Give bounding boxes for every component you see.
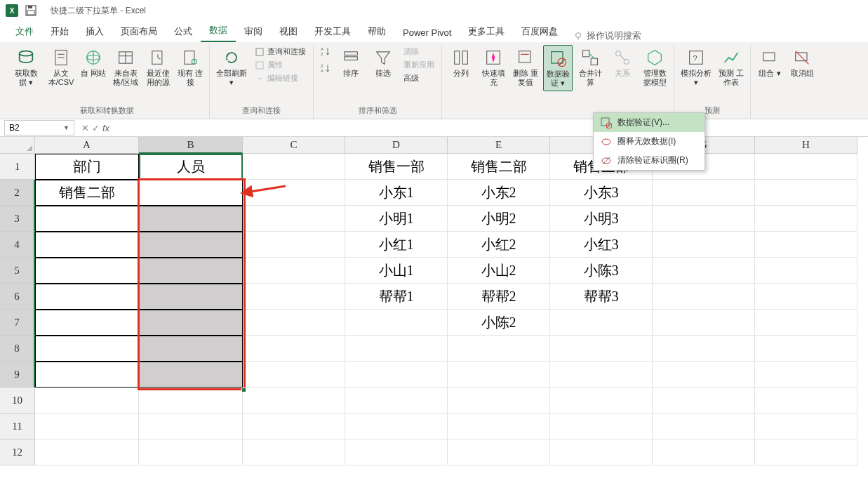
btn-flash-fill[interactable]: 快速填充 xyxy=(479,45,508,90)
cell-D6[interactable]: 帮帮1 xyxy=(345,284,448,310)
row-header-11[interactable]: 11 xyxy=(0,413,35,439)
cell-H9[interactable] xyxy=(755,362,857,388)
btn-properties[interactable]: 属性 xyxy=(252,58,309,72)
column-header-B[interactable]: B xyxy=(139,137,243,154)
row-header-1[interactable]: 1 xyxy=(0,154,35,180)
btn-group[interactable]: 组合 ▾ xyxy=(755,45,784,81)
cell-G11[interactable] xyxy=(653,413,755,439)
cell-A4[interactable] xyxy=(35,232,139,258)
cell-E4[interactable]: 小红2 xyxy=(448,232,550,258)
cell-C4[interactable] xyxy=(243,232,345,258)
btn-recent-sources[interactable]: 最近使 用的源 xyxy=(143,45,173,90)
fill-handle[interactable] xyxy=(241,388,246,392)
cell-C2[interactable] xyxy=(243,180,345,206)
cell-E11[interactable] xyxy=(448,413,550,439)
cell-H10[interactable] xyxy=(755,388,857,413)
cell-A9[interactable] xyxy=(35,362,139,388)
cell-G7[interactable] xyxy=(653,310,755,336)
cell-F10[interactable] xyxy=(550,388,653,413)
confirm-icon[interactable]: ✓ xyxy=(92,123,100,133)
cell-G6[interactable] xyxy=(653,284,755,310)
cell-C3[interactable] xyxy=(243,206,345,232)
cell-G12[interactable] xyxy=(653,439,755,465)
row-header-3[interactable]: 3 xyxy=(0,206,35,232)
cell-C8[interactable] xyxy=(243,336,345,362)
cell-F12[interactable] xyxy=(550,439,653,465)
dropdown-item-circle-invalid[interactable]: 圈释无效数据(I) xyxy=(594,132,705,151)
btn-filter[interactable]: 筛选 xyxy=(368,45,398,81)
cell-C9[interactable] xyxy=(243,362,345,388)
column-header-H[interactable]: H xyxy=(755,137,857,154)
cell-H6[interactable] xyxy=(755,284,857,310)
cell-F11[interactable] xyxy=(550,413,653,439)
dropdown-item-clear-circles[interactable]: 清除验证标识圈(R) xyxy=(594,151,705,170)
cell-H11[interactable] xyxy=(755,413,857,439)
tab-more[interactable]: 更多工具 xyxy=(460,21,513,42)
btn-forecast-sheet[interactable]: 预测 工作表 xyxy=(716,45,746,90)
cell-E10[interactable] xyxy=(448,388,550,413)
cell-C6[interactable] xyxy=(243,284,345,310)
cell-F5[interactable]: 小陈3 xyxy=(550,258,653,284)
btn-queries-connections[interactable]: 查询和连接 xyxy=(252,45,309,58)
btn-sort[interactable]: 排序 xyxy=(336,45,366,81)
cell-H7[interactable] xyxy=(755,310,857,336)
btn-from-web[interactable]: 自 网站 xyxy=(79,45,108,81)
search-hint[interactable]: 操作说明搜索 xyxy=(573,29,641,42)
tab-layout[interactable]: 页面布局 xyxy=(112,21,166,42)
cell-D7[interactable] xyxy=(345,310,448,336)
cell-A7[interactable] xyxy=(35,310,139,336)
fx-icon[interactable]: fx xyxy=(102,123,109,133)
cell-B11[interactable] xyxy=(139,413,243,439)
tab-data[interactable]: 数据 xyxy=(201,20,236,42)
btn-relationships[interactable]: 关系 xyxy=(608,45,637,81)
cell-A3[interactable] xyxy=(35,206,139,232)
cell-C11[interactable] xyxy=(243,413,345,439)
row-header-7[interactable]: 7 xyxy=(0,310,35,336)
cell-H12[interactable] xyxy=(755,439,857,465)
cell-A6[interactable] xyxy=(35,284,139,310)
row-header-12[interactable]: 12 xyxy=(0,439,35,465)
btn-remove-duplicates[interactable]: 删除 重复值 xyxy=(511,45,540,90)
cell-B6[interactable] xyxy=(139,284,243,310)
cell-G2[interactable] xyxy=(653,180,755,206)
row-header-9[interactable]: 9 xyxy=(0,362,35,388)
btn-consolidate[interactable]: 合并计算 xyxy=(575,45,605,90)
tab-pivot[interactable]: Power Pivot xyxy=(394,23,460,42)
btn-text-to-columns[interactable]: 分列 xyxy=(446,45,476,81)
btn-edit-links[interactable]: 编辑链接 xyxy=(252,72,309,85)
cell-E5[interactable]: 小山2 xyxy=(448,258,550,284)
tab-review[interactable]: 审阅 xyxy=(236,21,271,42)
cell-H1[interactable] xyxy=(755,154,857,180)
cell-A12[interactable] xyxy=(35,439,139,465)
tab-file[interactable]: 文件 xyxy=(7,21,42,42)
cell-F2[interactable]: 小东3 xyxy=(550,180,653,206)
cell-D10[interactable] xyxy=(345,388,448,413)
btn-clear-filter[interactable]: 清除 xyxy=(401,45,437,58)
cell-C5[interactable] xyxy=(243,258,345,284)
row-header-8[interactable]: 8 xyxy=(0,336,35,362)
cell-A8[interactable] xyxy=(35,336,139,362)
name-box[interactable]: B2 ▼ xyxy=(4,120,74,135)
cell-F4[interactable]: 小红3 xyxy=(550,232,653,258)
cell-B2[interactable] xyxy=(139,180,243,206)
cell-A1[interactable]: 部门 xyxy=(35,154,139,180)
cell-C10[interactable] xyxy=(243,388,345,413)
cell-G9[interactable] xyxy=(653,362,755,388)
cell-A11[interactable] xyxy=(35,413,139,439)
cell-F9[interactable] xyxy=(550,362,653,388)
cell-E6[interactable]: 帮帮2 xyxy=(448,284,550,310)
btn-ungroup[interactable]: 取消组 xyxy=(787,45,817,81)
cell-D2[interactable]: 小东1 xyxy=(345,180,448,206)
btn-whatif[interactable]: ?模拟分析 ▾ xyxy=(679,45,714,90)
btn-from-table[interactable]: 来自表 格/区域 xyxy=(111,45,140,90)
btn-reapply[interactable]: 重新应用 xyxy=(401,58,437,72)
btn-refresh-all[interactable]: 全部刷新 ▾ xyxy=(214,45,249,90)
btn-data-model[interactable]: 管理数 据模型 xyxy=(640,45,669,90)
cell-F3[interactable]: 小明3 xyxy=(550,206,653,232)
cell-B8[interactable] xyxy=(139,336,243,362)
cell-H8[interactable] xyxy=(755,336,857,362)
cell-D3[interactable]: 小明1 xyxy=(345,206,448,232)
cell-E2[interactable]: 小东2 xyxy=(448,180,550,206)
cell-D1[interactable]: 销售一部 xyxy=(345,154,448,180)
btn-sort-za[interactable]: ZA xyxy=(318,62,333,74)
